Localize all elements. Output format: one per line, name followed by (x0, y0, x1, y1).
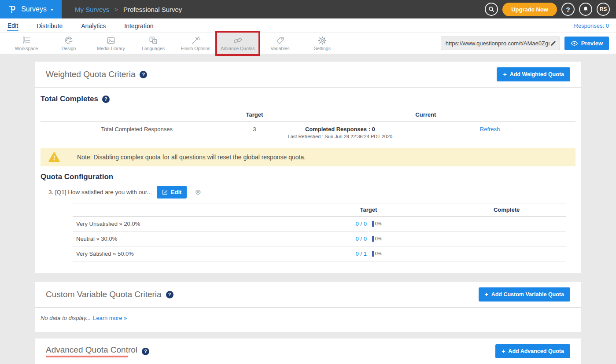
variables-icon (275, 36, 285, 45)
tab-distribute[interactable]: Distribute (36, 20, 63, 31)
survey-url-input[interactable] (445, 40, 550, 47)
tool-item-advance-quotas[interactable]: Advance Quotas (217, 33, 259, 54)
question-glyph: ? (144, 349, 147, 354)
add-advanced-quota-button[interactable]: + Add Advanced Quota (495, 344, 570, 358)
tool-item-media-library[interactable]: Media Library (90, 33, 132, 54)
add-weighted-quota-button[interactable]: + Add Weighted Quota (497, 67, 570, 81)
total-completes-row: Total Completed Responses 3 Completed Re… (41, 121, 575, 142)
search-icon (488, 6, 495, 13)
responses-count[interactable]: Responses: 0 (574, 22, 609, 29)
quota-question-row: 3. [Q1] How satisfied are you with our..… (48, 186, 575, 199)
learn-more-link[interactable]: Learn more » (93, 315, 127, 321)
quota-target-cell: 0 / 0 0% (290, 235, 447, 242)
help-icon[interactable]: ? (102, 96, 110, 103)
remove-quota-icon[interactable]: ⊗ (195, 188, 201, 196)
tool-item-languages[interactable]: * A Languages (132, 33, 174, 54)
tool-item-variables[interactable]: Variables (259, 33, 301, 54)
refresh-link[interactable]: Refresh (480, 126, 500, 132)
quota-target-cell: 0 / 0 0% (290, 221, 447, 227)
weighted-quota-header: Weighted Quota Criteria ? + Add Weighted… (35, 62, 581, 88)
questionpro-logo-icon (8, 4, 18, 15)
media-library-icon (106, 36, 116, 45)
product-menu[interactable]: Surveys ▼ (0, 0, 62, 18)
add-custom-variable-quota-button[interactable]: + Add Custom Variable Quota (479, 287, 571, 301)
edit-url-icon[interactable] (550, 40, 556, 46)
breadcrumb-current: Professional Survey (123, 6, 182, 13)
tool-label: Workspace (15, 46, 38, 51)
advance-quotas-icon (233, 36, 243, 45)
tab-edit[interactable]: Edit (7, 20, 18, 31)
plus-icon: + (485, 292, 488, 297)
completed-responses-value: Completed Responses : 0 (276, 126, 405, 132)
section-title: Custom Variable Quota Criteria ? (46, 290, 173, 299)
empty-header-cell (73, 206, 290, 213)
quota-row: Very Unsatisfied » 20.0% 0 / 0 0% (73, 217, 566, 232)
column-target: Target (233, 111, 276, 118)
add-custom-variable-quota-label: Add Custom Variable Quota (491, 291, 564, 298)
plus-icon: + (502, 349, 505, 353)
custom-variable-quota-title: Custom Variable Quota Criteria (46, 290, 162, 299)
quota-table-header-row: Target Complete (73, 203, 566, 217)
total-completes-heading: Total Completes ? (41, 95, 575, 103)
tool-label: Variables (271, 46, 290, 51)
progress-percent: 0% (375, 251, 381, 256)
question-glyph: ? (168, 292, 171, 297)
advanced-quota-header: Advanced Quota Control ? + Add Advanced … (35, 338, 581, 364)
tab-integration[interactable]: Integration (124, 20, 154, 31)
edit-icon (162, 189, 168, 195)
quota-row: Neutral » 30.0% 0 / 0 0% (73, 232, 566, 246)
tool-label: Finish Options (181, 46, 210, 51)
tool-item-design[interactable]: Design (48, 33, 90, 54)
edit-button-label: Edit (171, 189, 182, 195)
preview-button[interactable]: Preview (564, 37, 609, 50)
note-text: Note: Disabling complex quota for all qu… (68, 148, 314, 166)
svg-text:A: A (154, 40, 156, 44)
target-value: 3 (233, 126, 276, 132)
progress-percent: 0% (375, 236, 381, 241)
quota-target-value[interactable]: 0 / 0 (356, 235, 367, 242)
add-advanced-quota-label: Add Advanced Quota (508, 348, 564, 354)
breadcrumb: My Surveys > Professional Survey (75, 6, 182, 13)
note-banner: Note: Disabling complex quota for all qu… (41, 148, 575, 166)
progress-bar (372, 236, 374, 242)
quota-target-value[interactable]: 0 / 0 (356, 221, 367, 227)
annotation-red-underline (46, 356, 128, 357)
help-icon[interactable]: ? (142, 348, 149, 355)
tab-analytics[interactable]: Analytics (81, 20, 106, 31)
tool-item-workspace[interactable]: Workspace (5, 33, 48, 54)
tool-label: Settings (314, 46, 331, 51)
custom-variable-quota-empty: No data to display... Learn more » (35, 308, 581, 332)
notifications-button[interactable] (579, 3, 592, 16)
survey-url-box (441, 37, 560, 50)
settings-icon (317, 36, 327, 45)
advanced-quota-title-wrap: Advanced Quota Control (46, 345, 137, 357)
tool-label: Design (62, 46, 76, 51)
edit-toolbar: Workspace Design Media Library * A Langu… (0, 33, 616, 54)
bell-icon (582, 6, 589, 13)
help-icon[interactable]: ? (140, 71, 147, 78)
quota-target-value[interactable]: 0 / 1 (356, 250, 367, 257)
help-icon[interactable]: ? (166, 291, 173, 298)
tool-label: Media Library (97, 46, 125, 51)
custom-variable-quota-header: Custom Variable Quota Criteria ? + Add C… (35, 282, 581, 308)
tool-item-finish-options[interactable]: Finish Options (174, 33, 217, 54)
panel-gap (35, 332, 581, 338)
breadcrumb-parent[interactable]: My Surveys (75, 6, 109, 13)
search-button[interactable] (485, 3, 498, 16)
tool-item-settings[interactable]: Settings (301, 33, 343, 54)
edit-quota-button[interactable]: Edit (157, 186, 187, 199)
section-title: Weighted Quota Criteria ? (46, 70, 147, 79)
panel-gap (35, 273, 581, 282)
product-menu-label: Surveys (21, 5, 47, 13)
avatar[interactable]: RS (597, 3, 610, 16)
page-content: Weighted Quota Criteria ? + Add Weighted… (0, 54, 616, 364)
weighted-quota-body: Total Completes ? Target Current Total C… (35, 88, 581, 273)
custom-variable-quota-panel: Custom Variable Quota Criteria ? + Add C… (35, 282, 581, 332)
quota-progress: 0% (372, 221, 381, 227)
upgrade-now-button[interactable]: Upgrade Now (502, 3, 557, 16)
add-weighted-quota-label: Add Weighted Quota (510, 71, 564, 77)
preview-label: Preview (581, 40, 603, 47)
column-target: Target (290, 206, 447, 213)
progress-percent: 0% (375, 221, 381, 226)
help-button[interactable]: ? (561, 3, 575, 16)
